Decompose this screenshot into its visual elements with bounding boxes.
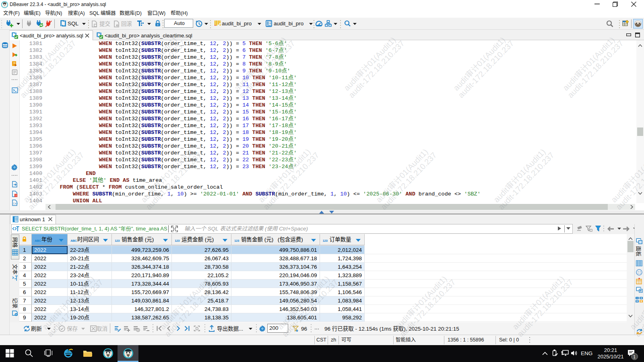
svg-text:(x): (x) [13, 202, 18, 205]
